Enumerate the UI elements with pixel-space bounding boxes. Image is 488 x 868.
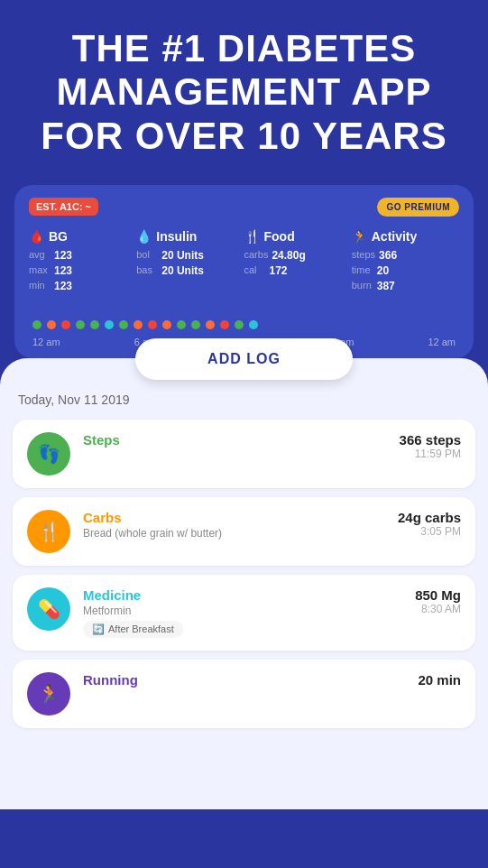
dot-6 bbox=[105, 320, 114, 329]
steps-icon: 👣 bbox=[27, 432, 70, 476]
est-a1c-badge: EST. A1C: ~ bbox=[29, 198, 98, 216]
dot-5 bbox=[90, 320, 99, 329]
card-top-bar: EST. A1C: ~ GO PREMIUM bbox=[29, 198, 459, 217]
timeline-dots bbox=[29, 315, 459, 335]
medicine-value: 850 Mg bbox=[415, 587, 461, 603]
add-log-wrap: ADD LOG bbox=[0, 338, 488, 380]
running-meta: 20 min bbox=[418, 672, 461, 688]
activity-icon: 🏃 bbox=[352, 229, 367, 244]
carbs-icon: 🍴 bbox=[27, 510, 70, 553]
carbs-content: Carbs Bread (whole grain w/ butter) bbox=[83, 510, 385, 542]
metric-bg: 🩸 BG avg 123 max 123 min 123 bbox=[29, 229, 136, 295]
dot-15 bbox=[235, 320, 244, 329]
food-cal: cal 172 bbox=[244, 264, 352, 277]
add-log-button[interactable]: ADD LOG bbox=[135, 338, 353, 380]
dot-7 bbox=[119, 320, 128, 329]
medicine-subtitle: Metformin bbox=[83, 605, 402, 617]
running-content: Running bbox=[83, 672, 405, 689]
tag-icon: 🔄 bbox=[92, 623, 105, 635]
metric-food-title: 🍴 Food bbox=[244, 229, 352, 244]
header: THE #1 DIABETES MANAGEMENT APP FOR OVER … bbox=[0, 0, 488, 176]
log-entry-medicine[interactable]: 💊 Medicine Metformin 🔄 After Breakfast 8… bbox=[13, 575, 475, 651]
bg-icon: 🩸 bbox=[29, 229, 44, 244]
carbs-value: 24g carbs bbox=[398, 510, 461, 525]
food-icon: 🍴 bbox=[244, 229, 260, 244]
dot-1 bbox=[32, 320, 41, 329]
log-entry-running[interactable]: 🏃 Running 20 min bbox=[13, 660, 475, 728]
steps-content: Steps bbox=[83, 432, 387, 449]
carbs-time: 3:05 PM bbox=[398, 525, 461, 538]
dot-2 bbox=[47, 320, 56, 329]
activity-time: time 20 bbox=[352, 264, 459, 277]
metrics-row: 🩸 BG avg 123 max 123 min 123 💧 Insulin bbox=[29, 229, 459, 295]
running-value: 20 min bbox=[418, 672, 461, 688]
insulin-bas: bas 20 Units bbox=[136, 264, 244, 277]
medicine-icon: 💊 bbox=[27, 587, 70, 631]
medicine-title: Medicine bbox=[83, 587, 402, 603]
medicine-content: Medicine Metformin 🔄 After Breakfast bbox=[83, 587, 402, 638]
bg-max: max 123 bbox=[29, 264, 136, 277]
date-label: Today, Nov 11 2019 bbox=[0, 392, 488, 420]
dot-10 bbox=[162, 320, 171, 329]
metric-food: 🍴 Food carbs 24.80g cal 172 bbox=[244, 229, 352, 295]
dot-11 bbox=[177, 320, 186, 329]
dot-3 bbox=[61, 320, 70, 329]
tag-label: After Breakfast bbox=[108, 623, 174, 634]
carbs-title: Carbs bbox=[83, 510, 385, 525]
running-title: Running bbox=[83, 672, 405, 688]
dot-13 bbox=[206, 320, 215, 329]
bg-min: min 123 bbox=[29, 280, 136, 292]
steps-meta: 366 steps 11:59 PM bbox=[400, 432, 461, 460]
activity-steps: steps 366 bbox=[352, 249, 459, 262]
medicine-tag: 🔄 After Breakfast bbox=[83, 621, 183, 638]
metric-activity-title: 🏃 Activity bbox=[352, 229, 459, 244]
log-entry-steps[interactable]: 👣 Steps 366 steps 11:59 PM bbox=[13, 420, 475, 488]
insulin-bol: bol 20 Units bbox=[136, 249, 244, 262]
metric-insulin: 💧 Insulin bol 20 Units bas 20 Units bbox=[136, 229, 244, 295]
metric-bg-title: 🩸 BG bbox=[29, 229, 136, 244]
medicine-time: 8:30 AM bbox=[415, 603, 461, 615]
dot-9 bbox=[148, 320, 157, 329]
dot-16 bbox=[249, 320, 258, 329]
medicine-meta: 850 Mg 8:30 AM bbox=[415, 587, 461, 615]
insulin-icon: 💧 bbox=[136, 229, 152, 244]
carbs-subtitle: Bread (whole grain w/ butter) bbox=[83, 527, 385, 540]
running-icon: 🏃 bbox=[27, 672, 70, 716]
dashboard-card: EST. A1C: ~ GO PREMIUM 🩸 BG avg 123 max … bbox=[14, 185, 474, 358]
food-carbs: carbs 24.80g bbox=[244, 249, 352, 262]
dot-8 bbox=[134, 320, 143, 329]
steps-time: 11:59 PM bbox=[400, 448, 461, 460]
metric-insulin-title: 💧 Insulin bbox=[136, 229, 244, 244]
steps-title: Steps bbox=[83, 432, 387, 448]
activity-burn: burn 387 bbox=[352, 280, 459, 292]
hero-title: THE #1 DIABETES MANAGEMENT APP FOR OVER … bbox=[22, 27, 466, 158]
bg-avg: avg 123 bbox=[29, 249, 136, 262]
go-premium-button[interactable]: GO PREMIUM bbox=[377, 198, 459, 217]
dot-4 bbox=[76, 320, 85, 329]
carbs-meta: 24g carbs 3:05 PM bbox=[398, 510, 461, 538]
bottom-section: ADD LOG Today, Nov 11 2019 👣 Steps 366 s… bbox=[0, 358, 488, 809]
dot-12 bbox=[191, 320, 200, 329]
steps-value: 366 steps bbox=[400, 432, 461, 448]
dot-14 bbox=[220, 320, 229, 329]
metric-activity: 🏃 Activity steps 366 time 20 burn 387 bbox=[352, 229, 459, 295]
log-entry-carbs[interactable]: 🍴 Carbs Bread (whole grain w/ butter) 24… bbox=[13, 497, 475, 566]
